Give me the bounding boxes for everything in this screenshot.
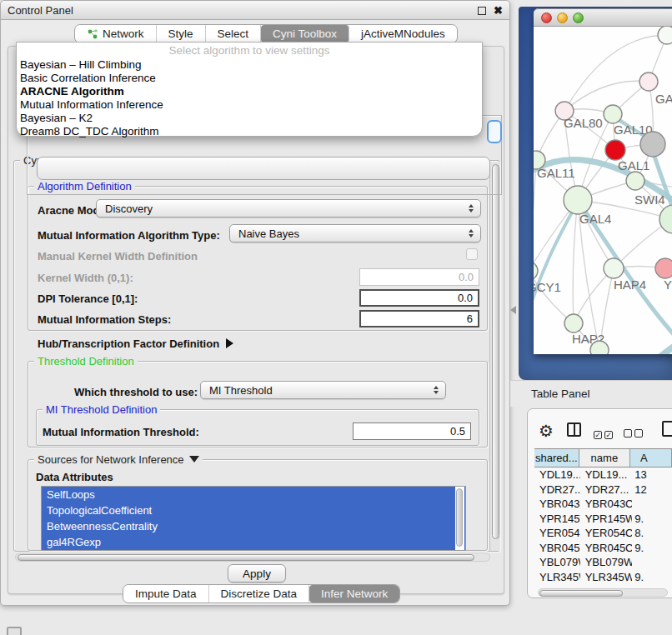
network-node-gal10[interactable] (604, 105, 622, 123)
tab-style[interactable]: Style (157, 25, 206, 42)
table-row[interactable]: YBL079WYBL079W (534, 555, 672, 570)
apply-button[interactable]: Apply (228, 564, 286, 582)
column-header-name[interactable]: name (579, 449, 630, 467)
table-row[interactable]: YDL19...YDL19...13 (534, 468, 672, 482)
attribute-list-item[interactable]: gal4RGexp (42, 534, 465, 550)
mi-threshold-label: Mutual Information Threshold: (43, 426, 199, 438)
hub-definition-toggle[interactable]: Hub/Transcription Factor Definition (38, 338, 233, 350)
network-node[interactable] (605, 140, 625, 160)
network-node-y[interactable] (655, 258, 672, 278)
network-node-label: GAL (655, 92, 672, 106)
dpi-tolerance-field[interactable]: 0.0 (359, 289, 479, 307)
control-panel-titlebar: Control Panel ✖ (1, 1, 509, 20)
gear-icon[interactable]: ⚙ (539, 421, 554, 441)
float-window-icon[interactable] (478, 7, 486, 15)
network-edge[interactable] (534, 160, 536, 271)
network-node-gal1[interactable] (626, 172, 644, 190)
minimize-traffic-light-icon[interactable] (557, 12, 568, 23)
data-attributes-list[interactable]: SelfLoopsTopologicalCoefficientBetweenne… (41, 486, 466, 551)
network-canvas[interactable]: GALGAL80GAL10GAL1GAL11SWI4GAL4GCY1HAP4YH… (534, 27, 672, 354)
expanded-arrow-icon (189, 456, 199, 462)
tab-impute-data[interactable]: Impute Data (123, 585, 209, 602)
network-node-gal[interactable] (639, 72, 658, 91)
attribute-list-item[interactable]: TopologicalCoefficient (42, 502, 465, 518)
algorithm-option[interactable]: ARACNE Algorithm (17, 85, 482, 98)
tab-network[interactable]: Network (75, 25, 157, 42)
network-edge-highlighted[interactable] (638, 333, 672, 354)
network-edge-highlighted[interactable] (534, 202, 578, 317)
table-cell: YER054C (534, 527, 580, 539)
checked-boxes-icon[interactable]: ✓✓ (594, 426, 615, 441)
aracne-mode-select[interactable]: Discovery (96, 199, 481, 218)
table-row[interactable]: YBR043CYBR043C (534, 497, 672, 512)
network-edge[interactable] (573, 200, 578, 323)
tab-cyni-toolbox[interactable]: Cyni Toolbox (261, 25, 349, 42)
settings-horizontal-scrollbar[interactable] (15, 552, 490, 562)
table-row[interactable]: YDR27...YDR27...12 (534, 482, 672, 498)
table-horizontal-scrollbar[interactable] (538, 588, 668, 597)
algorithm-option[interactable]: Bayesian – Hill Climbing (17, 58, 482, 72)
table-row[interactable]: YBR045CYBR045C9. (534, 541, 672, 556)
network-window-titlebar[interactable] (534, 8, 672, 27)
network-graph[interactable]: GALGAL80GAL10GAL1GAL11SWI4GAL4GCY1HAP4YH… (534, 27, 672, 354)
network-node[interactable] (640, 132, 665, 157)
algorithm-option[interactable]: Mutual Information Inference (17, 98, 482, 112)
algorithm-option[interactable]: Basic Correlation Inference (17, 72, 482, 85)
algorithm-option[interactable]: Dream8 DC_TDC Algorithm (17, 125, 482, 138)
table-cell: YBR045C (534, 542, 580, 554)
zoom-traffic-light-icon[interactable] (573, 12, 584, 23)
network-edge[interactable] (564, 81, 649, 111)
network-node-hap2[interactable] (564, 314, 583, 332)
focused-combo-fragment (487, 120, 502, 143)
tab-discretize-data[interactable]: Discretize Data (209, 585, 310, 602)
table-cell: 12 (632, 483, 672, 496)
attributes-list-scrollbar[interactable] (455, 487, 464, 550)
table-cell: YLR345W (534, 571, 580, 583)
table-cell: 8. (632, 527, 672, 539)
sources-toggle[interactable]: Sources for Network Inference (34, 453, 203, 466)
close-traffic-light-icon[interactable] (541, 12, 552, 23)
apply-button-label: Apply (243, 568, 271, 580)
mi-threshold-field[interactable]: 0.5 (353, 422, 471, 440)
table-row[interactable]: YER054CYER054C8. (534, 526, 672, 541)
network-node[interactable] (659, 205, 672, 233)
column-header-shared-[interactable]: shared... (534, 449, 579, 467)
settings-vertical-scrollbar[interactable] (489, 162, 500, 551)
document-icon[interactable] (662, 421, 672, 437)
manual-kernel-checkbox[interactable] (466, 248, 478, 260)
table-cell: 9. (632, 542, 672, 554)
network-node-gcy1[interactable] (534, 262, 538, 280)
table-cell: YIL052C (534, 585, 580, 588)
table-cell: 13 (632, 468, 672, 481)
mi-steps-field[interactable]: 6 (359, 310, 479, 328)
control-panel-title: Control Panel (8, 4, 73, 17)
split-columns-icon[interactable] (567, 422, 581, 437)
network-node-gal4[interactable] (564, 186, 592, 214)
tab-infer-network[interactable]: Infer Network (309, 585, 399, 602)
table-row[interactable]: YIL052CYIL052C9 (534, 584, 672, 588)
table-row[interactable]: YPR145WYPR145W9. (534, 512, 672, 527)
network-node-hap4[interactable] (604, 258, 624, 278)
tab-label: Style (168, 28, 193, 40)
tab-jactivemnodules[interactable]: jActiveMNodules (349, 25, 457, 42)
panel-divider-collapse-icon[interactable] (510, 306, 516, 314)
attribute-list-item[interactable]: SelfLoops (42, 487, 465, 502)
column-header-a[interactable]: A (630, 449, 672, 467)
close-icon[interactable]: ✖ (494, 7, 503, 15)
minimized-panel-icon[interactable] (7, 627, 22, 635)
table-row[interactable]: YLR345WYLR345W9. (534, 570, 672, 585)
table-cell: YBR043C (580, 498, 633, 510)
combo-arrows-icon (469, 204, 474, 212)
tab-select[interactable]: Select (206, 25, 262, 42)
kernel-width-label: Kernel Width (0,1): (38, 272, 133, 284)
which-threshold-select[interactable]: MI Threshold (200, 381, 446, 399)
attribute-list-item[interactable]: BetweennessCentrality (42, 518, 465, 534)
algorithm-option[interactable]: Bayesian – K2 (17, 112, 482, 125)
network-node[interactable] (590, 341, 609, 354)
tab-label: Network (103, 28, 144, 40)
table-cell: YBL079W (580, 556, 633, 568)
control-panel-tabs: NetworkStyleSelectCyni ToolboxjActiveMNo… (74, 24, 458, 43)
network-node[interactable] (658, 27, 672, 44)
mi-algorithm-type-select[interactable]: Naive Bayes (229, 224, 481, 242)
unchecked-boxes-icon[interactable] (624, 426, 645, 441)
